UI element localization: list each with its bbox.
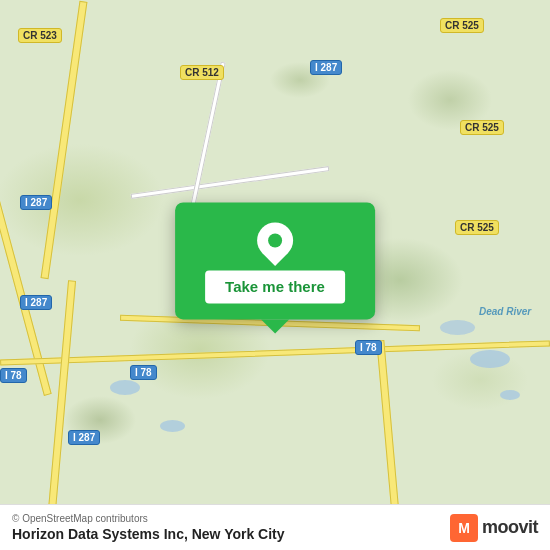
water-body-1: [110, 380, 140, 395]
road-label-i78-mid: I 78: [130, 365, 157, 380]
moovit-icon: M: [450, 514, 478, 542]
road-label-i287-mid: I 287: [68, 430, 100, 445]
road-label-cr525-mid: CR 525: [460, 120, 504, 135]
location-title: Horizon Data Systems Inc, New York City: [12, 526, 285, 542]
road-label-cr523: CR 523: [18, 28, 62, 43]
road-label-i78-left: I 78: [0, 368, 27, 383]
water-body-2: [160, 420, 185, 432]
water-body-4: [500, 390, 520, 400]
road-label-i287-bottom: I 287: [20, 295, 52, 310]
location-popup: Take me there: [175, 202, 375, 319]
road-label-i287-top: I 287: [310, 60, 342, 75]
water-body-3: [470, 350, 510, 368]
road-label-cr512: CR 512: [180, 65, 224, 80]
moovit-logo: M moovit: [450, 514, 538, 542]
road-label-dead-river: Dead River: [475, 305, 535, 318]
bottom-bar: © OpenStreetMap contributors Horizon Dat…: [0, 504, 550, 550]
take-me-there-button[interactable]: Take me there: [205, 270, 345, 303]
road-label-cr525-low: CR 525: [455, 220, 499, 235]
moovit-text: moovit: [482, 517, 538, 538]
bottom-left-info: © OpenStreetMap contributors Horizon Dat…: [12, 513, 285, 542]
road-label-cr525-top: CR 525: [440, 18, 484, 33]
road-label-i287-left: I 287: [20, 195, 52, 210]
attribution-text: © OpenStreetMap contributors: [12, 513, 285, 524]
pin-container: [205, 222, 345, 258]
water-body-5: [440, 320, 475, 335]
map-container: CR 523CR 512I 287CR 525CR 525CR 525I 287…: [0, 0, 550, 550]
location-pin-icon: [250, 215, 301, 266]
road-label-i78-right: I 78: [355, 340, 382, 355]
